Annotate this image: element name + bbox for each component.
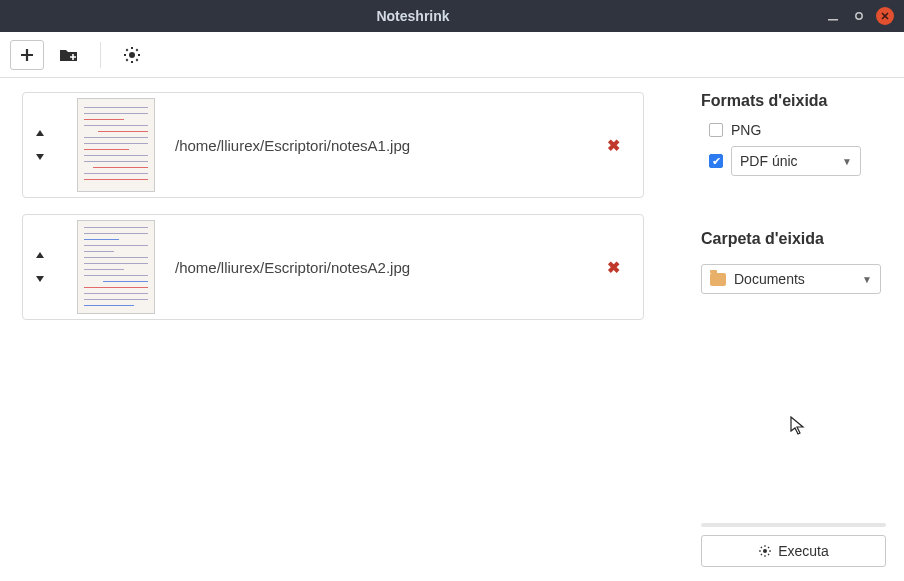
content-area: /home/lliurex/Escriptori/notesA1.jpg ✖ /…: [0, 78, 904, 581]
file-list: /home/lliurex/Escriptori/notesA1.jpg ✖ /…: [0, 78, 688, 581]
png-label: PNG: [731, 122, 761, 138]
move-down-button[interactable]: [34, 150, 46, 162]
svg-point-3: [763, 549, 767, 553]
file-path: /home/lliurex/Escriptori/notesA1.jpg: [175, 137, 581, 154]
execute-button[interactable]: Executa: [701, 535, 886, 567]
chevron-down-icon: ▼: [862, 274, 872, 285]
close-button[interactable]: [876, 7, 894, 25]
toolbar: [0, 32, 904, 78]
pdf-format-row: ✔ PDF únic ▼: [709, 146, 886, 176]
settings-button[interactable]: [115, 40, 149, 70]
png-checkbox[interactable]: [709, 123, 723, 137]
add-folder-button[interactable]: [52, 40, 86, 70]
file-item: /home/lliurex/Escriptori/notesA1.jpg ✖: [22, 92, 644, 198]
move-down-button[interactable]: [34, 272, 46, 284]
folder-icon: [710, 273, 726, 286]
remove-file-button[interactable]: ✖: [599, 258, 627, 277]
png-format-row: PNG: [709, 122, 886, 138]
file-path: /home/lliurex/Escriptori/notesA2.jpg: [175, 259, 581, 276]
chevron-down-icon: ▼: [842, 156, 852, 167]
move-up-button[interactable]: [34, 250, 46, 262]
gear-icon: [758, 544, 772, 558]
output-folder-value: Documents: [734, 271, 862, 287]
svg-rect-0: [828, 19, 838, 21]
svg-point-1: [856, 13, 862, 19]
output-folder-heading: Carpeta d'eixida: [701, 230, 886, 248]
maximize-button[interactable]: [850, 7, 868, 25]
pdf-checkbox[interactable]: ✔: [709, 154, 723, 168]
pdf-type-dropdown[interactable]: PDF únic ▼: [731, 146, 861, 176]
side-panel: Formats d'eixida PNG ✔ PDF únic ▼ Carpet…: [688, 78, 904, 581]
reorder-arrows: [23, 128, 57, 162]
file-item: /home/lliurex/Escriptori/notesA2.jpg ✖: [22, 214, 644, 320]
window-title: Noteshrink: [10, 8, 816, 24]
execute-label: Executa: [778, 543, 829, 559]
pdf-dropdown-label: PDF únic: [740, 153, 842, 169]
file-thumbnail: [75, 217, 157, 317]
move-up-button[interactable]: [34, 128, 46, 140]
titlebar: Noteshrink: [0, 0, 904, 32]
output-folder-dropdown[interactable]: Documents ▼: [701, 264, 881, 294]
formats-heading: Formats d'eixida: [701, 92, 886, 110]
reorder-arrows: [23, 250, 57, 284]
svg-point-2: [129, 52, 135, 58]
toolbar-separator: [100, 42, 101, 68]
file-thumbnail: [75, 95, 157, 195]
add-file-button[interactable]: [10, 40, 44, 70]
scrollbar-track[interactable]: [701, 523, 886, 527]
remove-file-button[interactable]: ✖: [599, 136, 627, 155]
minimize-button[interactable]: [824, 7, 842, 25]
